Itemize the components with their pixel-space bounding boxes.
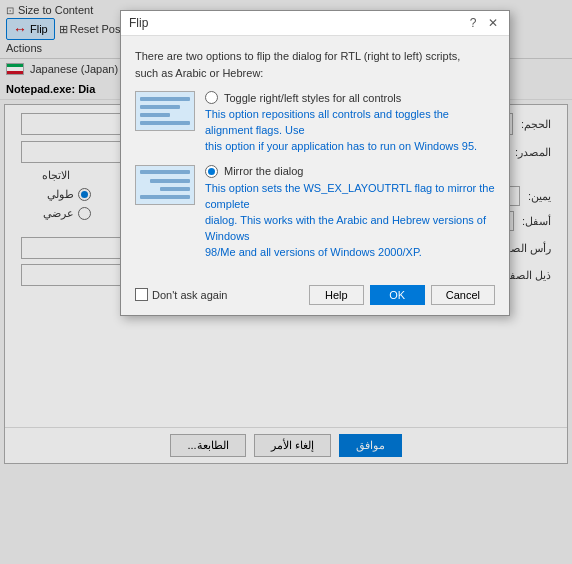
footer-buttons: Help OK Cancel (309, 285, 495, 305)
ok-dialog-button[interactable]: OK (370, 285, 425, 305)
dialog-title: Flip (129, 16, 148, 30)
flip-dialog: Flip ? ✕ There are two options to flip t… (120, 10, 510, 316)
option1-icon (135, 91, 195, 131)
option2-label: Mirror the dialog (224, 165, 303, 177)
dialog-intro-text: There are two options to flip the dialog… (135, 48, 495, 81)
dialog-body: There are two options to flip the dialog… (121, 36, 509, 279)
option1-desc: This option repositions all controls and… (205, 107, 495, 155)
dialog-controls: ? ✕ (465, 15, 501, 31)
option2-icon (135, 165, 195, 205)
option1-row: Toggle right/left styles for all control… (135, 91, 495, 155)
dialog-help-button[interactable]: ? (465, 15, 481, 31)
cancel-dialog-button[interactable]: Cancel (431, 285, 495, 305)
option1-header[interactable]: Toggle right/left styles for all control… (205, 91, 495, 104)
dialog-footer: Don't ask again Help OK Cancel (121, 279, 509, 315)
dialog-close-button[interactable]: ✕ (485, 15, 501, 31)
option2-header[interactable]: Mirror the dialog (205, 165, 495, 178)
option2-radio[interactable] (205, 165, 218, 178)
dialog-titlebar: Flip ? ✕ (121, 11, 509, 36)
option1-radio[interactable] (205, 91, 218, 104)
dont-ask-checkbox[interactable] (135, 288, 148, 301)
option2-text: Mirror the dialog This option sets the W… (205, 165, 495, 261)
help-button[interactable]: Help (309, 285, 364, 305)
option1-text: Toggle right/left styles for all control… (205, 91, 495, 155)
dont-ask-row[interactable]: Don't ask again (135, 288, 227, 301)
dont-ask-label: Don't ask again (152, 289, 227, 301)
option1-label: Toggle right/left styles for all control… (224, 92, 401, 104)
option2-desc: This option sets the WS_EX_LAYOUTRTL fla… (205, 181, 495, 261)
option2-row: Mirror the dialog This option sets the W… (135, 165, 495, 261)
